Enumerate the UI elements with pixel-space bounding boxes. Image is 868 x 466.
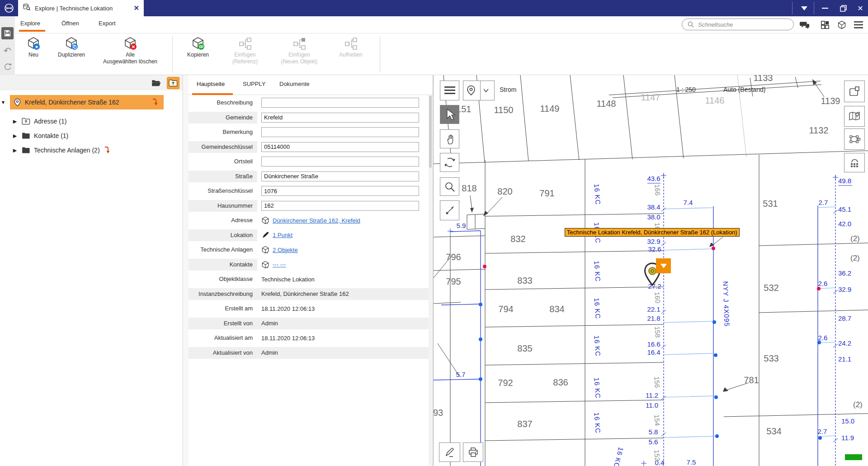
map-scale: 1 : 250 <box>676 86 696 93</box>
field-input[interactable] <box>261 157 419 166</box>
caret-collapsed-icon[interactable]: ▶ <box>12 147 18 153</box>
neu-button[interactable]: ★ Neu <box>20 35 47 58</box>
tree-item-technische-anlagen[interactable]: ▶ Technische Anlagen (2) <box>0 143 110 157</box>
form-row: Straßenschlüssel 1076 1076 <box>189 184 429 199</box>
marker-menu-button[interactable] <box>656 258 671 273</box>
map-label: 16 KC <box>593 412 602 434</box>
einfuegen-referenz-button[interactable]: Einfügen (Referenz) <box>222 35 269 65</box>
tab-title: Explore | Technische Lokation <box>35 5 129 12</box>
field-value: 05114000 05114000 <box>257 141 429 153</box>
kopieren-button[interactable]: Kopieren <box>179 35 217 58</box>
undo-button[interactable]: ↶ <box>1 44 14 57</box>
field-value: 162 162 <box>257 200 429 212</box>
refresh-button[interactable] <box>1 61 14 73</box>
map-label: 16 KC <box>593 261 602 282</box>
minimize-button[interactable] <box>816 0 834 16</box>
caret-expanded-icon[interactable]: ▼ <box>0 100 6 105</box>
detail-form-panel: Hauptseite SUPPLY Dokumente Beschreibung… <box>189 75 433 466</box>
map-menu-button[interactable] <box>440 81 459 100</box>
panel-splitter[interactable] <box>184 75 189 466</box>
maximize-button[interactable] <box>835 0 852 16</box>
map-label: (2) <box>850 234 860 243</box>
save-button[interactable] <box>1 27 14 39</box>
tree-item-lokation[interactable]: ▼ Krefeld, Dünkirchener Straße 162 <box>0 95 164 109</box>
field-label: Hausnummer <box>189 200 257 212</box>
document-tab[interactable]: Explore | Technische Lokation ✕ <box>18 0 144 16</box>
field-input[interactable] <box>261 98 419 108</box>
tab-hauptseite[interactable]: Hauptseite <box>197 81 225 87</box>
tab-supply[interactable]: SUPPLY <box>243 81 265 87</box>
print-map-button[interactable] <box>463 442 483 462</box>
save-icon <box>4 29 11 37</box>
field-input[interactable] <box>261 142 419 152</box>
map-label: 152 <box>653 450 661 461</box>
field-input[interactable] <box>261 201 419 211</box>
scrollbar-thumb[interactable] <box>429 95 432 168</box>
tree-item-adresse[interactable]: ▶ Adresse (1) <box>0 114 66 128</box>
map-label: 2.6 <box>818 280 828 287</box>
duplizieren-button[interactable]: Duplizieren <box>51 35 92 58</box>
tree-item-label: Adresse (1) <box>34 118 66 125</box>
tree-item-kontakte[interactable]: ▶ Kontakte (1) <box>0 128 68 143</box>
field-link[interactable]: Dünkirchener Straße 162, Krefeld <box>273 217 360 224</box>
field-input[interactable] <box>261 186 419 196</box>
hamburger-menu-icon[interactable] <box>853 20 864 30</box>
tab-dokumente[interactable]: Dokumente <box>279 81 309 87</box>
menu-export[interactable]: Export <box>99 20 116 27</box>
pan-tool-button[interactable] <box>440 129 459 148</box>
field-link[interactable]: 1 Punkt <box>273 232 292 238</box>
zoom-tool-button[interactable] <box>440 177 459 196</box>
form-row: Bemerkung <box>189 125 429 140</box>
map-view[interactable]: 1151115011491148114711461133113911328188… <box>433 75 868 466</box>
locator-pin-icon <box>466 85 476 96</box>
menu-oeffnen[interactable]: Öffnen <box>61 20 79 27</box>
close-button[interactable]: ✕ <box>853 0 868 16</box>
menu-explore[interactable]: Explore <box>20 20 40 27</box>
aufheben-button[interactable]: Aufheben <box>330 35 372 58</box>
polygon-select-button[interactable] <box>844 128 865 150</box>
form-scrollbar[interactable] <box>429 95 432 466</box>
quick-search[interactable] <box>682 19 794 30</box>
open-folder-button[interactable] <box>150 77 163 89</box>
titlebar-dropdown-button[interactable] <box>796 0 813 16</box>
map-label: (2) <box>850 254 860 262</box>
layout-frame-button[interactable] <box>844 81 865 102</box>
einfuegen-neues-objekt-button[interactable]: Einfügen (Neues Objekt) <box>273 35 326 65</box>
caret-collapsed-icon[interactable]: ▶ <box>12 133 18 139</box>
map-label: 2.7 <box>819 199 828 206</box>
search-input[interactable] <box>697 21 780 29</box>
form-row: Ortsteil <box>189 154 429 169</box>
menubar: Explore Öffnen Export <box>0 16 868 33</box>
field-input[interactable] <box>261 127 419 137</box>
field-input[interactable] <box>261 171 419 181</box>
refresh-icon <box>3 62 12 71</box>
tree-item-label: Kontakte (1) <box>34 132 68 139</box>
asset-catalog-button[interactable] <box>844 153 865 172</box>
edit-tool-button[interactable] <box>439 442 460 462</box>
locator-dropdown-button[interactable] <box>463 81 495 100</box>
field-label: Beschreibung <box>189 97 257 109</box>
folder-up-toggle-button[interactable] <box>167 77 179 89</box>
chat-icon[interactable] <box>799 20 810 30</box>
map-label: 1147 <box>641 92 660 102</box>
rotate-tool-button[interactable] <box>440 153 459 172</box>
field-text: 18.11.2020 12:06:13 <box>261 305 315 312</box>
map-label: 533 <box>764 353 778 363</box>
alle-loeschen-button[interactable]: ✕ Alle Ausgewählten löschen <box>96 35 164 65</box>
map-label: 154 <box>653 414 661 426</box>
map-overview-button[interactable] <box>844 106 865 127</box>
measure-tool-button[interactable] <box>440 200 459 220</box>
field-input[interactable] <box>261 113 419 123</box>
field-link[interactable]: 2 Objekte <box>273 247 298 253</box>
dashboard-grid-icon[interactable] <box>820 20 830 30</box>
tab-close-icon[interactable]: ✕ <box>133 4 139 12</box>
map-label: 1133 <box>753 75 773 83</box>
field-link[interactable]: --- --- <box>273 261 286 268</box>
select-tool-button[interactable] <box>440 105 459 124</box>
svg-text:✕: ✕ <box>132 44 135 49</box>
tree-item-selected[interactable]: Krefeld, Dünkirchener Straße 162 <box>10 95 164 109</box>
map-label: 5.7 <box>456 371 466 378</box>
object-cube-icon[interactable] <box>836 20 847 30</box>
caret-collapsed-icon[interactable]: ▶ <box>12 119 18 124</box>
map-label: 49.8 <box>838 177 851 185</box>
